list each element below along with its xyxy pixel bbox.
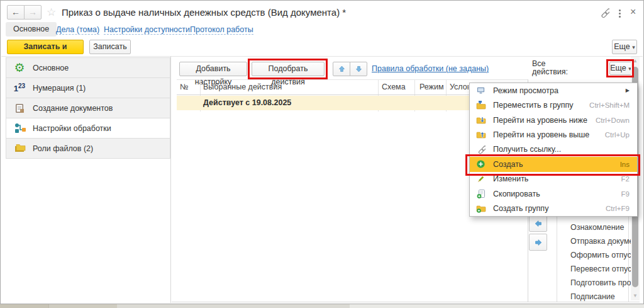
pencil-icon [475,174,486,185]
arrow-left-icon [534,219,543,228]
scroll-up-icon[interactable]: ▲ [631,57,640,65]
menu-item-edit[interactable]: Изменить F2 [470,172,637,186]
save-button[interactable]: Записать [89,40,131,54]
sidebar-item-file-roles[interactable]: Роли файлов (2) [6,138,170,159]
list-item-send-document[interactable]: Отправка докуме... [558,234,640,248]
plus-circle-icon [475,159,486,169]
view-mode-icon [475,85,486,96]
chevron-down-icon: ▾ [632,44,635,50]
document-icon [13,101,26,115]
screen: ← → ☆ Приказ о выдаче наличных денежных … [0,0,644,308]
add-setting-button[interactable]: Добавить настройку [179,62,247,76]
sidebar-item-numbering[interactable]: 123 Нумерация (1) [6,77,170,98]
move-down-button[interactable] [350,62,367,76]
table-cell-selected-actions: Действует с 19.08.2025 [203,96,291,110]
back-arrow-icon: ← [11,7,20,17]
level-down-icon [475,115,486,125]
app-window: ← → ☆ Приказ о выдаче наличных денежных … [0,0,644,304]
arrow-up-icon [338,65,346,73]
arrow-down-icon [355,65,363,73]
move-up-button[interactable] [333,62,350,76]
sidebar-item-processing-settings[interactable]: Настройки обработки [6,118,170,139]
column-header-schema[interactable]: Схема [382,80,412,94]
divider [1,56,643,57]
divider [170,56,171,303]
menu-item-create[interactable]: Создать Ins [470,157,637,171]
create-group-icon [475,203,486,214]
forward-arrow-icon: → [28,7,37,17]
close-icon[interactable]: × [630,6,636,18]
list-item-familiarization[interactable]: Ознакомление [558,220,640,234]
tab-link-cases[interactable]: Дела (тома) [56,25,99,35]
tab-link-worklog[interactable]: Протокол работы [190,25,253,35]
numbering-icon: 123 [13,81,26,95]
menu-item-get-link[interactable]: Получить ссылку... [470,142,637,157]
all-actions-label: Все действия: [532,60,580,76]
copy-icon [475,188,486,199]
arrow-right-icon [534,238,543,247]
sidebar-item-doc-creation[interactable]: Создание документов [6,98,170,118]
menu-item-level-down[interactable]: Перейти на уровень ниже Ctrl+Down [470,113,637,127]
menu-item-move-to-group[interactable]: Переместить в группу Ctrl+Shift+M [470,98,637,112]
list-item-signing[interactable]: Подписание [558,290,640,304]
folders-icon [13,142,26,156]
forward-button[interactable]: → [24,5,42,20]
list-item-prepare-protocol[interactable]: Подготовить прот... [558,276,640,290]
get-link-icon[interactable] [599,8,609,20]
get-link-icon [475,144,486,155]
more-button-actions[interactable]: Еще ▾ [609,62,632,75]
process-icon [13,122,26,135]
back-button[interactable]: ← [7,5,25,20]
column-header-number[interactable]: № [180,80,197,94]
level-up-icon [475,130,486,140]
bottom-strip-segment [350,304,644,308]
tab-main[interactable]: Основное [6,22,57,37]
bottom-strip-segment [48,304,117,308]
page-title: Приказ о выдаче наличных денежных средст… [62,7,346,18]
processing-rules-link[interactable]: Правила обработки (не заданы) [372,64,489,73]
menu-item-copy[interactable]: Скопировать F9 [470,186,637,201]
remove-action-button[interactable] [529,234,547,251]
column-header-selected-actions[interactable]: Выбранные действия [203,80,373,94]
sidebar-item-main[interactable]: ⚙ Основное [6,57,170,78]
save-and-close-button[interactable]: Записать и закрыть [7,40,84,54]
menu-item-view-mode[interactable]: Режим просмотра ▶ [470,83,637,98]
bottom-strip-segment [0,304,48,308]
gear-icon: ⚙ [13,61,26,75]
menu-item-level-up[interactable]: Перейти на уровень выше Ctrl+Up [470,127,637,142]
context-menu: Режим просмотра ▶ Переместить в группу C… [469,83,638,217]
submenu-arrow-icon: ▶ [626,88,630,93]
favorite-star-icon[interactable]: ☆ [47,6,56,19]
list-item-transfer-vacation[interactable]: Перевести отпуск... [558,262,640,276]
more-button-top[interactable]: Еще ▾ [612,40,637,54]
list-item-arrange-vacation[interactable]: Оформить отпуск... [558,248,640,262]
pick-actions-button[interactable]: Подобрать действия [252,62,325,76]
add-action-button[interactable] [529,215,547,232]
column-header-condition[interactable]: Условие [450,80,469,94]
scroll-down-icon[interactable]: ▼ [631,292,640,300]
move-to-group-icon [475,100,486,111]
window-menu-icon[interactable] [619,9,621,11]
tab-link-accessibility[interactable]: Настройки доступности [104,25,190,35]
column-header-mode[interactable]: Режим ... [419,80,445,94]
bottom-strip-segment [117,304,350,308]
menu-item-create-group[interactable]: Создать группу Ctrl+F9 [470,202,637,216]
